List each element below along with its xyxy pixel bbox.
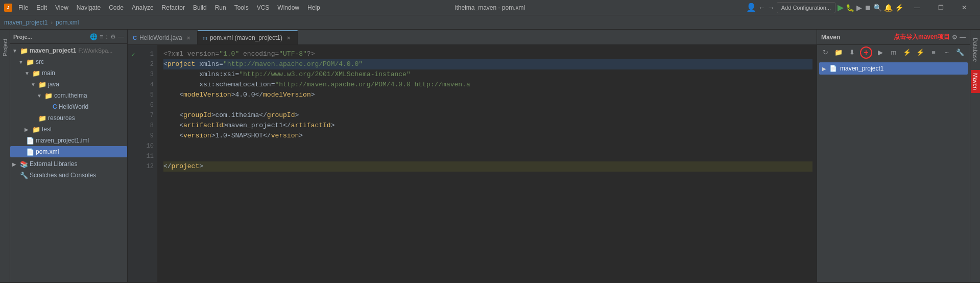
maven-hint-text: 点击导入maven项目 [894, 33, 950, 41]
forward-icon[interactable]: → [768, 4, 775, 12]
tree-label: HelloWorld [59, 103, 88, 110]
maven-import-btn[interactable]: 📁 [832, 46, 845, 59]
line-numbers: 1 2 3 4 5 6 7 8 9 10 11 12 [139, 45, 157, 282]
menu-build[interactable]: Build [189, 0, 211, 15]
menu-edit[interactable]: Edit [32, 0, 51, 15]
profile-icon[interactable]: 👤 [746, 3, 756, 12]
code-line-10 [163, 141, 812, 151]
tree-label: pom.xml [36, 148, 59, 155]
add-configuration-button[interactable]: Add Configuration... [777, 2, 835, 13]
panel-icon-close[interactable]: — [118, 33, 124, 40]
tab-label: pom.xml (maven_project1) [210, 34, 282, 41]
arrow-icon: ▼ [31, 82, 37, 87]
folder-icon: 📁 [26, 58, 34, 66]
maven-reload-btn[interactable]: ↻ [819, 46, 831, 59]
minimize-button[interactable]: — [905, 0, 929, 15]
search-everywhere-icon[interactable]: 🔍 [873, 4, 882, 12]
maven-panel: Maven 点击导入maven项目 ⚙ — ↻ 📁 ⬇ + ▶ m ⚡ ⚡ ≡ … [817, 30, 970, 282]
menu-bar: File Edit View Navigate Code Analyze Ref… [14, 0, 324, 15]
tab-helloworld[interactable]: C HelloWorld.java ✕ [128, 30, 198, 44]
maven-add-btn[interactable]: + [860, 46, 872, 59]
tree-item-external-libraries[interactable]: ▶ 📚 External Libraries [10, 158, 127, 170]
menu-analyze[interactable]: Analyze [128, 0, 158, 15]
maven-wrench-btn[interactable]: 🔧 [954, 46, 966, 59]
tree-label: resources [48, 114, 75, 122]
panel-icon-settings[interactable]: ⚙ [110, 33, 116, 40]
run-debug-button[interactable]: 🐛 [846, 4, 854, 12]
maven-project-icon: 📄 [829, 65, 837, 72]
tree-item-iml[interactable]: 📄 maven_project1.iml [10, 135, 127, 146]
maximize-button[interactable]: ❐ [929, 0, 952, 15]
tree-label: maven_project1.iml [36, 137, 89, 144]
menu-vcs[interactable]: VCS [253, 0, 274, 15]
menu-run[interactable]: Run [211, 0, 230, 15]
run-coverage-button[interactable]: ▶ [856, 4, 862, 12]
tree-item-maven-project1[interactable]: ▼ 📁 maven_project1 F:\WorkSpa... [10, 45, 127, 56]
menu-navigate[interactable]: Navigate [73, 0, 105, 15]
tree-item-main[interactable]: ▼ 📁 main [10, 67, 127, 79]
breadcrumb-separator: › [51, 19, 53, 26]
notifications-icon[interactable]: 🔔 [884, 4, 893, 12]
second-toolbar-row: maven_project1 › pom.xml [0, 15, 980, 30]
panel-icon-globe[interactable]: 🌐 [90, 33, 98, 40]
code-line-6 [163, 100, 812, 110]
maven-m-btn[interactable]: m [888, 46, 900, 59]
folder-icon: 📁 [32, 126, 40, 133]
menu-tools[interactable]: Tools [230, 0, 253, 15]
maven-list-btn[interactable]: ≡ [927, 46, 940, 59]
maven-download-btn[interactable]: ⬇ [846, 46, 858, 59]
pom-icon: 📄 [26, 148, 34, 156]
tree-item-scratches[interactable]: 🔧 Scratches and Consoles [10, 170, 127, 181]
menu-view[interactable]: View [51, 0, 73, 15]
title-text: itheima_maven - pom.xml [455, 4, 525, 11]
tab-pomxml[interactable]: m pom.xml (maven_project1) ✕ [198, 30, 298, 44]
folder-icon: 📁 [38, 81, 46, 88]
maven-run-btn[interactable]: ▶ [874, 46, 887, 59]
code-content[interactable]: <?xml version="1.0" encoding="UTF-8"?> <… [157, 45, 817, 282]
tab-close-icon[interactable]: ✕ [285, 34, 292, 41]
package-icon: 📁 [44, 92, 53, 100]
maven-bolt2-btn[interactable]: ⚡ [914, 46, 926, 59]
tree-item-com-itheima[interactable]: ▼ 📁 com.itheima [10, 90, 127, 101]
code-line-9: <version>1.0-SNAPSHOT</version> [163, 131, 812, 141]
menu-refactor[interactable]: Refactor [158, 0, 189, 15]
code-line-8: <artifactId>maven_project1</artifactId> [163, 121, 812, 131]
tab-close-icon[interactable]: ✕ [185, 34, 192, 41]
menu-code[interactable]: Code [105, 0, 128, 15]
maven-project-item[interactable]: ▶ 📄 maven_project1 [819, 62, 968, 75]
maven-settings-icon[interactable]: ⚙ [952, 34, 958, 41]
panel-icon-sort[interactable]: ↕ [105, 33, 108, 40]
project-side-tab[interactable]: Project [0, 30, 10, 282]
tree-item-java[interactable]: ▼ 📁 java [10, 79, 127, 90]
tree-item-resources[interactable]: 📁 resources [10, 112, 127, 124]
menu-file[interactable]: File [14, 0, 32, 15]
project-panel: Proje... 🌐 ≡ ↕ ⚙ — ▼ 📁 maven_project1 F:… [10, 30, 128, 282]
maven-minimize-icon[interactable]: — [960, 34, 966, 41]
tree-label: java [48, 81, 59, 88]
tree-item-helloworld[interactable]: C HelloWorld [10, 101, 127, 112]
code-line-3: xmlns:xsi="http://www.w3.org/2001/XMLSch… [163, 69, 812, 80]
stop-button[interactable]: ⏹ [864, 4, 871, 12]
run-button[interactable]: ▶ [838, 3, 844, 12]
maven-side-label[interactable]: Maven [971, 70, 980, 93]
code-line-7: <groupId>com.itheima</groupId> [163, 110, 812, 121]
editor-tabs: C HelloWorld.java ✕ m pom.xml (maven_pro… [128, 30, 817, 45]
tree-label: External Libraries [30, 160, 77, 168]
tree-item-test[interactable]: ▶ 📁 test [10, 124, 127, 135]
tree-item-src[interactable]: ▼ 📁 src [10, 56, 127, 67]
arrow-icon: ▶ [12, 161, 18, 167]
maven-bolt-btn[interactable]: ⚡ [901, 46, 913, 59]
database-side-label[interactable]: Database [972, 38, 978, 62]
tree-item-pom-xml[interactable]: 📄 pom.xml [10, 146, 127, 157]
project-side-label[interactable]: Project [2, 39, 8, 56]
settings-icon[interactable]: ⚡ [895, 4, 903, 12]
arrow-icon: ▼ [25, 70, 31, 76]
close-button[interactable]: ✕ [952, 0, 976, 15]
maven-project-label: maven_project1 [840, 65, 883, 72]
menu-help[interactable]: Help [303, 0, 324, 15]
tab-label: HelloWorld.java [139, 34, 182, 41]
panel-icon-list[interactable]: ≡ [100, 33, 103, 40]
maven-tilde-btn[interactable]: ~ [941, 46, 953, 59]
back-icon[interactable]: ← [758, 4, 766, 12]
menu-window[interactable]: Window [273, 0, 303, 15]
